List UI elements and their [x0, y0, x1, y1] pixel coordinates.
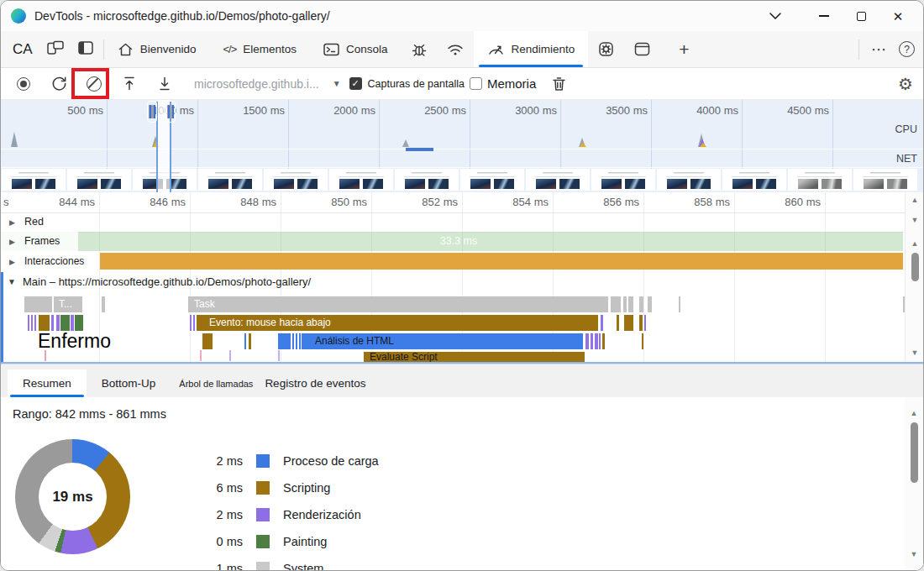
tab-issues[interactable] — [402, 31, 437, 67]
selected-track-indicator — [1, 272, 3, 362]
scroll-up-icon[interactable]: ▲ — [906, 196, 923, 204]
main-track-label: Main – https://microsoftedge.github.io/D… — [23, 275, 311, 288]
filmstrip-frame[interactable] — [460, 169, 524, 191]
tab-summary[interactable]: Resumen — [8, 369, 87, 397]
console-icon — [323, 43, 339, 56]
chevron-down-icon — [770, 13, 780, 18]
capture-settings-icon[interactable]: ⚙ — [898, 74, 913, 94]
code-icon: </> — [223, 43, 236, 55]
detail-tick: 854 ms — [486, 196, 549, 208]
tab-console[interactable]: Consola — [310, 31, 402, 67]
reload-icon — [51, 76, 67, 92]
more-tabs-button[interactable]: + — [660, 31, 707, 67]
clear-button[interactable] — [81, 71, 107, 97]
filmstrip-frame[interactable] — [264, 169, 328, 191]
devtools-tab-bar: CA Bienvenido </> Elementos Consola — [1, 31, 923, 68]
summary-pane: Rango: 842 mms - 861 mms 19 ms 2 ms Proc… — [1, 397, 923, 571]
filmstrip-frame[interactable] — [395, 169, 459, 191]
filmstrip-frame[interactable] — [853, 169, 917, 191]
filmstrip-frame[interactable] — [198, 169, 262, 191]
task-bar[interactable]: Task — [188, 296, 608, 312]
home-icon — [118, 42, 134, 57]
detail-tick: 860 ms — [759, 196, 821, 208]
details-tab-bar: Resumen Bottom-Up Árbol de llamadas Regi… — [1, 364, 923, 397]
filmstrip-frame[interactable] — [67, 169, 131, 191]
more-options-icon[interactable]: ⋯ — [863, 40, 895, 59]
scrollbar-thumb[interactable] — [911, 422, 918, 483]
overview-tick: 2500 ms — [407, 104, 466, 117]
divider — [858, 39, 859, 60]
tab-call-tree[interactable]: Árbol de llamadas — [171, 369, 261, 397]
filmstrip-frame[interactable] — [591, 169, 655, 191]
legend-row: 2 ms Proceso de carga — [191, 448, 379, 474]
overview-tick: 500 ms — [45, 104, 103, 117]
selection-handle-right[interactable] — [165, 101, 176, 123]
maximize-button[interactable] — [843, 3, 879, 29]
tab-cpu-profiler[interactable] — [588, 31, 624, 67]
parse-html-bar[interactable]: Análisis de HTML — [302, 333, 583, 349]
minimize-button[interactable] — [806, 3, 843, 29]
filmstrip-frame[interactable] — [329, 169, 393, 191]
evaluate-script-bar[interactable]: Evaluate Script — [364, 352, 585, 363]
filmstrip-frame[interactable] — [2, 169, 66, 191]
task-bar[interactable]: T... — [54, 296, 82, 312]
collapse-main-icon[interactable]: ▼ — [8, 277, 16, 286]
event-bar[interactable]: Evento: mouse hacia abajo — [197, 315, 598, 331]
tab-layers[interactable] — [624, 31, 660, 67]
device-emulation-icon[interactable] — [46, 40, 65, 59]
filmstrip-frame[interactable] — [657, 169, 721, 191]
detail-scrollbar[interactable]: ▲ ▼ ▲ ▼ — [905, 192, 923, 364]
overview-tick: 3500 ms — [589, 104, 648, 117]
record-button[interactable] — [11, 71, 36, 97]
legend-row: 2 ms Renderización — [191, 501, 379, 528]
reload-and-record-button[interactable] — [46, 71, 71, 97]
timeline-overview[interactable]: 500 ms 1000 ms 1500 ms 2000 ms 2500 ms 3… — [1, 100, 923, 192]
tab-performance[interactable]: Rendimiento — [474, 31, 589, 67]
tab-elements[interactable]: </> Elementos — [209, 31, 310, 67]
save-profile-button[interactable] — [152, 71, 177, 97]
profile-select[interactable]: microsoftedge.github.i... ▼ — [194, 77, 341, 91]
legend-row: 1 ms System — [191, 555, 379, 571]
tab-event-log[interactable]: Registro de eventos — [261, 369, 381, 397]
filmstrip-frame[interactable] — [722, 169, 786, 191]
screenshots-checkbox[interactable]: ✓ — [349, 77, 362, 90]
scrollbar-thumb[interactable] — [911, 253, 919, 281]
tab-welcome[interactable]: Bienvenido — [104, 31, 210, 67]
close-icon: ✕ — [893, 10, 904, 23]
tab-network-conditions[interactable] — [437, 31, 474, 67]
scroll-down-icon[interactable]: ▼ — [905, 550, 923, 558]
help-icon[interactable]: ? — [899, 41, 915, 57]
garbage-collect-button[interactable] — [546, 71, 571, 97]
filmstrip-frame[interactable] — [788, 169, 852, 191]
selection-handle-left[interactable] — [147, 101, 157, 123]
scroll-up-icon[interactable]: ▲ — [905, 409, 923, 417]
filmstrip-frame[interactable] — [526, 169, 590, 191]
trash-icon — [552, 76, 566, 92]
close-button[interactable]: ✕ — [879, 3, 916, 29]
legend-swatch — [256, 535, 270, 548]
bug-icon — [412, 42, 427, 57]
scroll-up-icon[interactable]: ▲ — [906, 239, 923, 248]
ruler-unit: s — [3, 196, 9, 208]
range-label: Rango: 842 mms - 861 mms — [13, 407, 166, 421]
minimize-icon — [819, 15, 829, 17]
inspect-badge[interactable]: CA — [13, 41, 33, 58]
memory-label: Memoria — [487, 76, 536, 91]
drawer-icon — [634, 42, 650, 56]
dock-side-icon[interactable] — [78, 41, 93, 58]
expand-frames-icon[interactable]: ▶ — [9, 238, 15, 246]
dock-chevron-button[interactable] — [757, 3, 794, 29]
expand-network-icon[interactable]: ▶ — [9, 218, 15, 227]
tab-bottom-up[interactable]: Bottom-Up — [87, 369, 171, 397]
load-profile-button[interactable] — [117, 71, 142, 97]
expand-interactions-icon[interactable]: ▶ — [9, 258, 15, 266]
detail-tick: 848 ms — [214, 196, 276, 208]
detail-tick: 850 ms — [305, 196, 367, 208]
timeline-detail[interactable]: s 844 ms 846 ms 848 ms 850 ms 852 ms 854… — [1, 192, 923, 364]
scroll-down-icon[interactable]: ▼ — [906, 216, 923, 224]
interaction-bar[interactable] — [100, 253, 903, 270]
summary-scrollbar[interactable]: ▲ ▼ — [905, 397, 923, 571]
overview-tick: 1500 ms — [226, 104, 285, 117]
scroll-down-icon[interactable]: ▼ — [906, 348, 923, 357]
memory-checkbox[interactable] — [470, 77, 482, 90]
